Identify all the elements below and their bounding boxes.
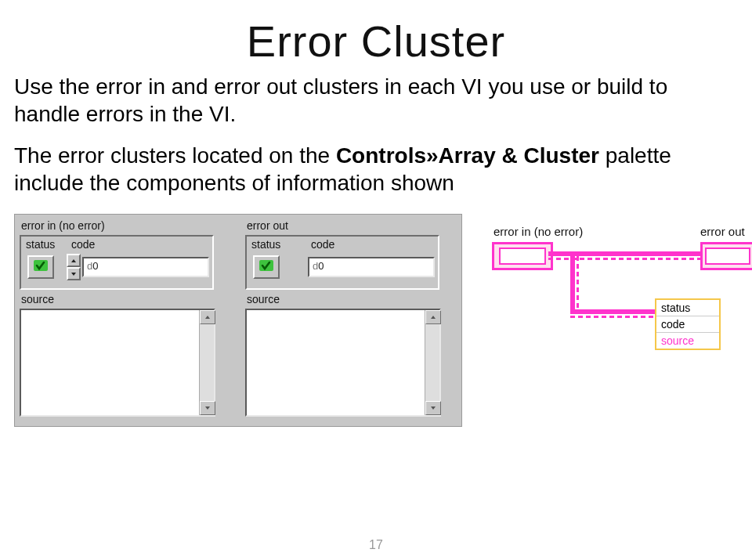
- scroll-down-icon[interactable]: [200, 401, 215, 415]
- scroll-down-icon[interactable]: [425, 401, 441, 415]
- error-out-source-label: source: [247, 293, 280, 305]
- error-in-code-field[interactable]: d0: [82, 257, 209, 277]
- unbundle-by-name[interactable]: status code source: [655, 298, 721, 350]
- p2-text-a: The error clusters located on the: [14, 143, 336, 168]
- error-in-source-label: source: [21, 293, 54, 305]
- paragraph-2: The error clusters located on the Contro…: [14, 142, 738, 197]
- unbundle-row-source[interactable]: source: [656, 333, 719, 349]
- error-in-title: error in (no error): [21, 219, 105, 232]
- diagram-error-in-label: error in (no error): [494, 225, 583, 238]
- error-out-source-field: [245, 309, 441, 417]
- scroll-up-icon[interactable]: [200, 310, 215, 324]
- error-out-code-field: d0: [308, 257, 435, 277]
- scroll-up-icon[interactable]: [425, 310, 441, 324]
- paragraph-1: Use the error in and error out clusters …: [14, 73, 738, 128]
- diagram-error-out-label: error out: [700, 225, 745, 238]
- error-out-status-label: status: [251, 238, 280, 251]
- wire-drop-v2: [577, 256, 579, 311]
- error-in-terminal[interactable]: [492, 242, 553, 270]
- error-out-cluster[interactable]: status code d0: [245, 235, 439, 290]
- error-in-cluster[interactable]: status code d0: [20, 235, 214, 290]
- code-value: 0: [92, 260, 98, 272]
- wire-drop-h2: [570, 316, 655, 318]
- code-value: 0: [318, 260, 324, 272]
- error-in-status-label: status: [26, 238, 55, 251]
- error-out-status-led[interactable]: [253, 255, 280, 279]
- unbundle-row-status[interactable]: status: [656, 300, 719, 316]
- error-out-terminal[interactable]: [700, 242, 752, 270]
- wire-drop-v: [570, 256, 575, 311]
- unbundle-row-code[interactable]: code: [656, 316, 719, 333]
- wire-drop-h: [570, 309, 655, 314]
- block-diagram: error in (no error) error out status cod…: [478, 220, 752, 432]
- error-out-title: error out: [247, 219, 288, 232]
- error-out-code-label: code: [311, 238, 334, 251]
- front-panel: error in (no error) status code d0 sourc…: [14, 214, 462, 427]
- error-in-code-spinner[interactable]: [67, 254, 81, 280]
- error-in-status-led[interactable]: [27, 255, 54, 279]
- page-number: 17: [0, 538, 752, 552]
- error-in-code-label: code: [71, 238, 95, 251]
- p2-bold-path: Controls»Array & Cluster: [336, 143, 599, 168]
- error-in-source-field[interactable]: [20, 309, 215, 417]
- slide-title: Error Cluster: [0, 16, 752, 67]
- scrollbar[interactable]: [199, 310, 214, 415]
- scrollbar[interactable]: [425, 310, 439, 415]
